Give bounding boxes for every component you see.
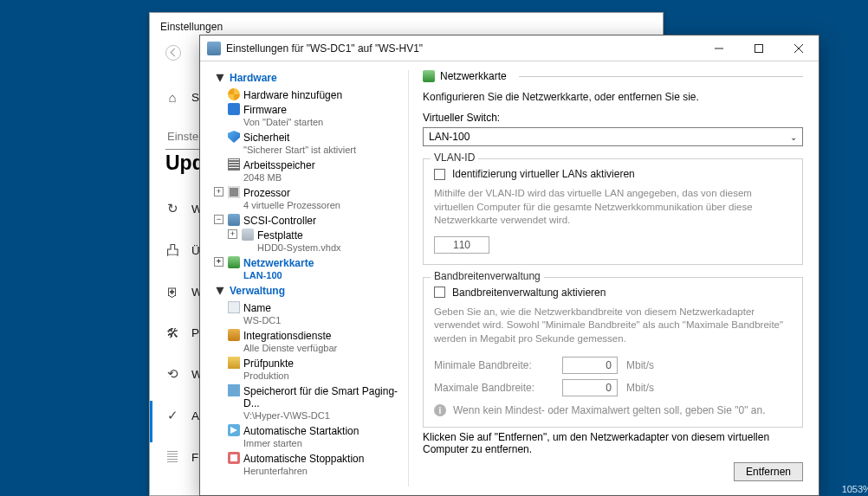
tree-item-disk[interactable]: + Festplatte HDD0-System.vhdx	[207, 228, 403, 255]
bw-hint: Geben Sie an, wie die Netzwerkbandbreite…	[434, 306, 792, 355]
expand-icon[interactable]: +	[228, 229, 237, 239]
services-icon	[228, 329, 240, 341]
bw-min-input[interactable]: 0	[562, 357, 618, 374]
disk-icon	[242, 229, 254, 241]
group-bandwidth: Bandbreitenverwaltung Bandbreitenverwalt…	[423, 277, 803, 428]
drive-icon	[228, 384, 240, 396]
maximize-button[interactable]	[739, 35, 779, 61]
home-icon: ⌂	[165, 90, 179, 105]
vlan-legend: VLAN-ID	[431, 151, 478, 164]
stop-icon	[228, 452, 240, 464]
bw-unit: Mbit/s	[626, 382, 654, 394]
tree-item-scsi[interactable]: − SCSI-Controller	[207, 213, 403, 228]
caret-down-icon: ⯆	[216, 73, 224, 82]
vlan-enable-label: Identifizierung virtueller LANs aktivier…	[452, 168, 635, 180]
vlan-id-input[interactable]: 110	[434, 236, 489, 254]
minimize-button[interactable]	[699, 35, 739, 61]
tree-item-memory[interactable]: Arbeitsspeicher 2048 MB	[207, 158, 403, 185]
svg-rect-1	[755, 44, 763, 52]
caret-down-icon: ⯆	[216, 286, 224, 295]
hv-settings-dialog: Einstellungen für "WS-DC1" auf "WS-HV1" …	[199, 35, 819, 496]
info-icon: i	[434, 404, 446, 416]
tree-item-security[interactable]: Sicherheit "Sicherer Start" ist aktivier…	[207, 130, 403, 158]
switch-label: Virtueller Switch:	[423, 112, 803, 127]
bw-legend: Bandbreitenverwaltung	[431, 270, 544, 282]
combo-value: LAN-100	[429, 131, 470, 143]
bw-min-label: Minimale Bandbreite:	[434, 359, 554, 371]
tree-item-smartpaging[interactable]: Speicherort für die Smart Paging-D... V:…	[207, 383, 403, 423]
tree-item-add-hardware[interactable]: Hardware hinzufügen	[207, 87, 403, 102]
tree-item-firmware[interactable]: Firmware Von "Datei" starten	[207, 102, 403, 130]
vlan-enable-checkbox[interactable]	[434, 169, 445, 180]
tree-item-nic[interactable]: + Netzwerkkarte LAN-100	[207, 255, 403, 283]
firmware-icon	[228, 103, 240, 115]
bw-enable-label: Bandbreitenverwaltung aktivieren	[452, 287, 606, 299]
tree-section-hardware[interactable]: ⯆ Hardware	[207, 70, 403, 87]
expand-icon[interactable]: +	[214, 187, 223, 196]
shield-icon	[228, 131, 240, 143]
back-icon[interactable]	[165, 45, 181, 61]
chevron-down-icon: ⌄	[790, 132, 797, 142]
wrench-icon: 🛠	[165, 325, 179, 340]
hv-titlebar[interactable]: Einstellungen für "WS-DC1" auf "WS-HV1"	[200, 35, 819, 61]
hv-title: Einstellungen für "WS-DC1" auf "WS-HV1"	[226, 42, 699, 55]
tree-item-autostop[interactable]: Automatische Stoppaktion Herunterfahren	[207, 451, 403, 479]
vlan-hint: Mithilfe der VLAN-ID wird das virtuelle …	[434, 187, 792, 236]
check-icon: ✓	[165, 408, 179, 423]
close-button[interactable]	[779, 35, 819, 61]
desktop-info: 1053%6	[842, 484, 868, 494]
tree-section-management[interactable]: ⯆ Verwaltung	[207, 283, 403, 300]
name-icon	[228, 301, 240, 313]
nic-icon	[423, 70, 435, 82]
sliders-icon: 𝄚	[165, 449, 179, 465]
add-icon	[228, 88, 240, 100]
group-vlan: VLAN-ID Identifizierung virtueller LANs …	[423, 158, 803, 265]
bw-max-label: Maximale Bandbreite:	[434, 382, 554, 394]
collapse-icon[interactable]: −	[214, 215, 223, 224]
tree-item-name[interactable]: Name WS-DC1	[207, 300, 403, 328]
panel-intro: Konfigurieren Sie die Netzwerkkarte, ode…	[423, 91, 803, 112]
checkpoint-icon	[228, 357, 240, 369]
hv-panel-nic: Netzwerkkarte Konfigurieren Sie die Netz…	[409, 61, 819, 495]
tree-item-cpu[interactable]: + Prozessor 4 virtuelle Prozessoren	[207, 185, 403, 213]
shield-icon: ⛨	[165, 285, 179, 300]
remove-button[interactable]: Entfernen	[734, 462, 803, 481]
bw-max-input[interactable]: 0	[562, 379, 618, 396]
scsi-icon	[228, 214, 240, 226]
nic-icon	[228, 256, 240, 268]
recovery-icon: ⟲	[165, 366, 179, 382]
panel-title: Netzwerkkarte	[440, 70, 507, 82]
hv-tree[interactable]: ⯆ Hardware Hardware hinzufügen Firmware …	[200, 61, 408, 495]
bw-unit: Mbit/s	[626, 359, 654, 371]
divider	[519, 76, 803, 77]
sync-icon: ↻	[165, 201, 179, 216]
vm-icon	[207, 42, 221, 55]
tree-item-services[interactable]: Integrationsdienste Alle Dienste verfügb…	[207, 328, 403, 356]
memory-icon	[228, 158, 240, 171]
start-icon	[228, 424, 240, 436]
tree-item-checkpoints[interactable]: Prüfpunkte Produktion	[207, 356, 403, 383]
virtual-switch-combo[interactable]: LAN-100 ⌄	[423, 127, 803, 146]
cpu-icon	[228, 186, 240, 198]
tree-item-autostart[interactable]: Automatische Startaktion Immer starten	[207, 423, 403, 451]
delivery-icon: 凸	[165, 242, 179, 259]
remove-hint: Klicken Sie auf "Entfernen", um den Netz…	[423, 431, 803, 462]
bw-enable-checkbox[interactable]	[434, 287, 445, 298]
expand-icon[interactable]: +	[214, 257, 223, 267]
bw-info: Wenn kein Mindest- oder Maximalwert gelt…	[453, 404, 765, 416]
